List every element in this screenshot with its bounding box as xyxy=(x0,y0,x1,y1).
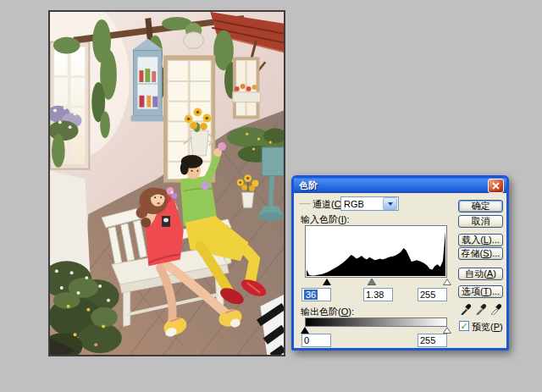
wall-plaque xyxy=(184,32,204,49)
dialog-body: 通道(C): RGB 输入色阶(I): 36 1.38 255 输出色阶 xyxy=(294,193,506,348)
photo-illustration xyxy=(50,12,284,355)
gray-point-eyedropper-icon[interactable] xyxy=(475,302,488,315)
preview-label: 预览(P) xyxy=(472,321,503,334)
right-window xyxy=(233,57,261,119)
dialog-title: 色阶 xyxy=(299,179,318,192)
input-gamma-field[interactable]: 1.38 xyxy=(363,288,393,301)
save-button[interactable]: 存储(S)... xyxy=(458,247,503,260)
divider xyxy=(299,203,311,204)
load-button[interactable]: 载入(L)... xyxy=(458,234,503,246)
input-slider-track xyxy=(305,279,447,287)
lower-wall xyxy=(50,171,90,273)
white-point-eyedropper-icon[interactable] xyxy=(490,302,503,315)
output-black-slider[interactable] xyxy=(301,327,309,334)
output-white-slider[interactable] xyxy=(443,327,451,334)
black-point-eyedropper-icon[interactable] xyxy=(460,302,473,315)
photoshop-workspace: 色阶 通道(C): RGB 输入色阶(I): xyxy=(0,0,542,392)
close-button[interactable] xyxy=(488,179,504,193)
ok-button[interactable]: 确定 xyxy=(458,200,503,213)
preview-checkbox-box[interactable] xyxy=(459,321,469,331)
input-black-slider[interactable] xyxy=(323,279,331,285)
output-shadow-field[interactable]: 0 xyxy=(301,334,331,347)
input-highlight-field[interactable]: 255 xyxy=(418,288,447,301)
input-levels-label: 输入色阶(I): xyxy=(301,213,349,226)
close-icon xyxy=(492,182,500,190)
dialog-titlebar[interactable]: 色阶 xyxy=(294,178,506,193)
auto-button[interactable]: 自动(A) xyxy=(458,268,503,280)
output-highlight-field[interactable]: 255 xyxy=(418,334,447,347)
cancel-button[interactable]: 取消 xyxy=(458,215,503,228)
channel-select[interactable]: RGB xyxy=(340,196,399,211)
input-shadow-field[interactable]: 36 xyxy=(301,288,331,301)
input-gamma-slider[interactable] xyxy=(368,279,376,285)
output-levels-label: 输出色阶(O): xyxy=(301,306,354,318)
photo-canvas[interactable] xyxy=(48,10,285,356)
channel-value: RGB xyxy=(341,199,383,209)
histogram xyxy=(305,225,447,278)
input-white-slider[interactable] xyxy=(443,279,451,285)
options-button[interactable]: 选项(T)... xyxy=(458,285,503,298)
output-gradient-bar xyxy=(305,317,447,327)
levels-dialog: 色阶 通道(C): RGB 输入色阶(I): xyxy=(291,175,509,351)
blue-shelf xyxy=(131,39,164,122)
chevron-down-icon[interactable] xyxy=(383,197,397,210)
